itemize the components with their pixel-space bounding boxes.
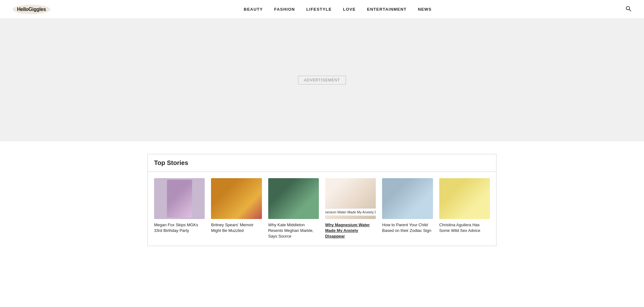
search-icon xyxy=(625,5,631,12)
story-card-6[interactable]: Christina Aguilera Has Some Wild Sex Adv… xyxy=(439,178,490,239)
nav-item-news[interactable]: NEWS xyxy=(418,7,432,12)
story-img-placeholder-2 xyxy=(211,178,262,219)
story-image-3 xyxy=(268,178,319,219)
story-title-4[interactable]: Why Magnesium Water Made My Anxiety Disa… xyxy=(325,222,376,239)
story-image-2 xyxy=(211,178,262,219)
story-image-4: How Magnesium Water Made My Anxiety Disa… xyxy=(325,178,376,219)
nav-item-love[interactable]: LOVE xyxy=(343,7,356,12)
story-img-shape-3 xyxy=(268,178,319,219)
search-button[interactable] xyxy=(625,5,631,13)
story-img-shape-5 xyxy=(382,178,433,219)
main-nav: BEAUTY FASHION LIFESTYLE LOVE ENTERTAINM… xyxy=(50,7,625,12)
top-stories-section: Top Stories Megan Fox Skips MGKs 33rd Bi… xyxy=(147,154,497,246)
top-stories-header: Top Stories xyxy=(148,154,496,172)
top-stories-title: Top Stories xyxy=(154,159,490,167)
nav-item-fashion[interactable]: FASHION xyxy=(274,7,295,12)
logo-area: HelloGiggles xyxy=(13,5,50,14)
stories-grid: Megan Fox Skips MGKs 33rd Birthday Party… xyxy=(148,172,496,246)
story-title-3: Why Kate Middleton Resents Meghan Markle… xyxy=(268,222,319,239)
nav-item-entertainment[interactable]: ENTERTAINMENT xyxy=(367,7,407,12)
site-header: HelloGiggles BEAUTY FASHION LIFESTYLE LO… xyxy=(0,0,644,19)
story-img-placeholder-6 xyxy=(439,178,490,219)
story-card-4[interactable]: How Magnesium Water Made My Anxiety Disa… xyxy=(325,178,376,239)
story-card-1[interactable]: Megan Fox Skips MGKs 33rd Birthday Party xyxy=(154,178,205,239)
ad-banner: ADVERTISEMENT xyxy=(0,19,644,141)
story-title-6: Christina Aguilera Has Some Wild Sex Adv… xyxy=(439,222,490,233)
story-img-shape-2 xyxy=(211,178,262,219)
ad-label: ADVERTISEMENT xyxy=(298,76,346,85)
story-img-placeholder-1 xyxy=(154,178,205,219)
story-card-2[interactable]: Britney Spears' Memoir Might Be Muzzled xyxy=(211,178,262,239)
story-img-placeholder-4 xyxy=(325,178,376,219)
story-card-5[interactable]: How to Parent Your Child Based on their … xyxy=(382,178,433,239)
story-img-shape-1 xyxy=(167,180,192,217)
nav-item-lifestyle[interactable]: LIFESTYLE xyxy=(306,7,332,12)
story-img-shape-6 xyxy=(439,178,490,219)
story-img-shape-4 xyxy=(325,178,376,219)
story-title-5: How to Parent Your Child Based on their … xyxy=(382,222,433,233)
story-img-placeholder-5 xyxy=(382,178,433,219)
story-image-6 xyxy=(439,178,490,219)
story-image-1 xyxy=(154,178,205,219)
story-image-5 xyxy=(382,178,433,219)
svg-line-1 xyxy=(629,9,631,11)
site-logo[interactable]: HelloGiggles xyxy=(13,5,50,14)
story-card-3[interactable]: Why Kate Middleton Resents Meghan Markle… xyxy=(268,178,319,239)
story-img-placeholder-3 xyxy=(268,178,319,219)
story-title-1: Megan Fox Skips MGKs 33rd Birthday Party xyxy=(154,222,205,233)
main-content: Top Stories Megan Fox Skips MGKs 33rd Bi… xyxy=(141,154,503,246)
story-title-2: Britney Spears' Memoir Might Be Muzzled xyxy=(211,222,262,233)
nav-item-beauty[interactable]: BEAUTY xyxy=(244,7,263,12)
